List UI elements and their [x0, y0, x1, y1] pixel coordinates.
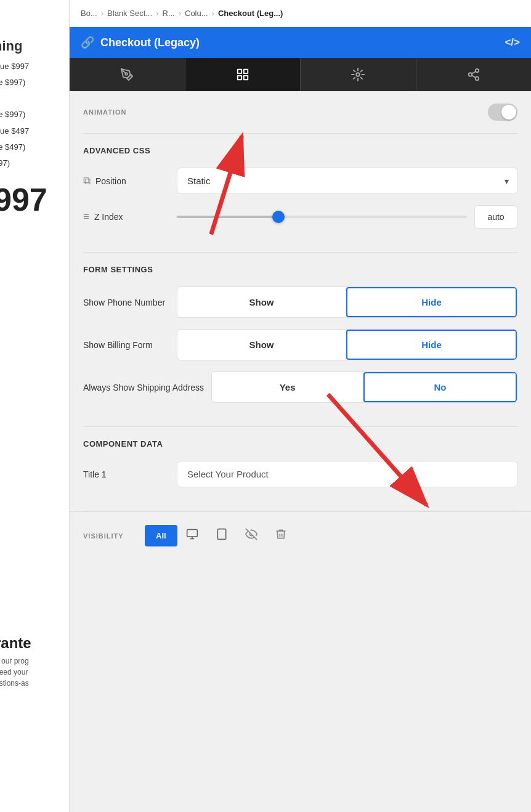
show-phone-show-btn[interactable]: Show — [177, 287, 346, 317]
code-button[interactable]: </> — [505, 36, 520, 49]
svg-rect-2 — [244, 70, 248, 73]
animation-toggle[interactable] — [488, 104, 517, 121]
show-shipping-control: Yes No — [211, 371, 517, 403]
left-line-6: ue $497) — [0, 142, 70, 153]
tabs-bar — [70, 58, 531, 91]
svg-point-0 — [126, 73, 128, 75]
advanced-css-title: ADVANCED CSS — [83, 146, 517, 155]
content-area: ANIMATION ADVANCED CSS ⧉ Position Static — [70, 91, 531, 812]
show-billing-hide-btn[interactable]: Hide — [346, 330, 517, 360]
bc-item-3[interactable]: R... — [162, 9, 174, 18]
form-settings-section: FORM SETTINGS Show Phone Number Show Hid… — [70, 253, 531, 426]
slider-thumb[interactable] — [272, 211, 285, 223]
left-line-7: 497) — [0, 158, 70, 169]
animation-label: ANIMATION — [83, 108, 127, 116]
z-index-control — [177, 205, 517, 229]
title1-label: Title 1 — [83, 469, 169, 479]
animation-section: ANIMATION — [70, 91, 531, 133]
left-content: ning alue $997 ue $997) ) ue $997) alue … — [0, 37, 70, 218]
bc-sep-1: › — [101, 9, 103, 18]
position-row: ⧉ Position Static Relative Absolute Fixe… — [83, 168, 517, 194]
z-index-label: ≡ Z Index — [83, 211, 169, 223]
position-select[interactable]: Static Relative Absolute Fixed Sticky — [177, 168, 517, 194]
form-settings-title: FORM SETTINGS — [83, 265, 517, 274]
header-left: 🔗 Checkout (Legacy) — [81, 36, 200, 49]
title1-input[interactable] — [177, 461, 517, 487]
svg-rect-1 — [238, 70, 241, 73]
show-phone-control: Show Hide — [177, 286, 517, 318]
left-line-3: ) — [0, 93, 70, 104]
svg-rect-14 — [217, 529, 225, 540]
slider-track — [177, 216, 467, 218]
svg-rect-11 — [187, 530, 197, 537]
bc-sep-4: › — [212, 9, 214, 18]
show-phone-toggle-group: Show Hide — [177, 286, 517, 318]
left-line-4: ue $997) — [0, 109, 70, 120]
bc-item-active: Checkout (Leg...) — [218, 9, 283, 18]
show-billing-show-btn[interactable]: Show — [177, 330, 346, 360]
show-shipping-label: Always Show Shipping Address — [83, 383, 204, 392]
component-data-section: COMPONENT DATA Title 1 — [70, 427, 531, 511]
show-billing-label: Show Billing Form — [83, 340, 169, 350]
position-icon: ⧉ — [83, 175, 91, 187]
svg-line-9 — [472, 75, 476, 78]
show-phone-label: Show Phone Number — [83, 298, 169, 307]
show-billing-toggle-group: Show Hide — [177, 329, 517, 360]
show-phone-row: Show Phone Number Show Hide — [83, 286, 517, 318]
right-panel: Bo... › Blank Sect... › R... › Colu... ›… — [70, 0, 531, 812]
left-bottom: rante e our progneed yourestions-as — [0, 635, 70, 689]
title1-control — [177, 461, 517, 487]
visibility-label: VISIBILITY — [83, 532, 145, 540]
show-phone-hide-btn[interactable]: Hide — [346, 287, 517, 317]
left-heading: ning — [0, 37, 70, 56]
advanced-css-section: ADVANCED CSS ⧉ Position Static Relative … — [70, 134, 531, 252]
z-index-input[interactable] — [474, 205, 517, 229]
show-shipping-toggle-group: Yes No — [211, 371, 517, 403]
header-title: Checkout (Legacy) — [100, 36, 200, 49]
svg-rect-3 — [238, 76, 241, 79]
z-index-row: ≡ Z Index — [83, 205, 517, 229]
bc-item-2[interactable]: Blank Sect... — [107, 9, 152, 18]
visibility-bar: VISIBILITY All — [70, 511, 531, 559]
svg-rect-4 — [244, 76, 248, 79]
header-bar: 🔗 Checkout (Legacy) </> — [70, 27, 531, 58]
visibility-delete-btn[interactable] — [266, 522, 296, 550]
svg-point-5 — [357, 73, 360, 76]
tab-connections[interactable] — [416, 58, 532, 91]
slider-fill — [177, 216, 278, 218]
title1-row: Title 1 — [83, 461, 517, 487]
bc-sep-3: › — [179, 9, 181, 18]
toggle-knob — [501, 105, 516, 120]
left-panel: ning alue $997 ue $997) ) ue $997) alue … — [0, 0, 70, 812]
tab-style[interactable] — [70, 58, 185, 91]
position-control: Static Relative Absolute Fixed Sticky ▾ — [177, 168, 517, 194]
show-shipping-no-btn[interactable]: No — [363, 372, 517, 402]
component-data-title: COMPONENT DATA — [83, 439, 517, 449]
left-bottom-text: e our progneed yourestions-as — [0, 656, 70, 689]
show-shipping-row: Always Show Shipping Address Yes No — [83, 371, 517, 403]
show-shipping-yes-btn[interactable]: Yes — [212, 372, 363, 402]
bc-item-4[interactable]: Colu... — [185, 9, 208, 18]
bc-item-1[interactable]: Bo... — [81, 9, 97, 18]
position-select-wrapper: Static Relative Absolute Fixed Sticky ▾ — [177, 168, 517, 194]
tab-layout[interactable] — [301, 58, 416, 91]
breadcrumb: Bo... › Blank Sect... › R... › Colu... ›… — [70, 0, 531, 27]
left-line-2: ue $997) — [0, 77, 70, 88]
position-label: ⧉ Position — [83, 175, 169, 187]
bc-sep-2: › — [156, 9, 158, 18]
left-bottom-title: rante — [0, 635, 70, 652]
link-icon: 🔗 — [81, 36, 94, 49]
show-billing-control: Show Hide — [177, 329, 517, 360]
left-line-5: alue $497 — [0, 126, 70, 137]
z-index-icon: ≡ — [83, 211, 89, 223]
visibility-tablet-btn[interactable] — [207, 522, 237, 550]
visibility-desktop-btn[interactable] — [177, 522, 207, 550]
left-big-number: 997 — [0, 181, 70, 218]
tab-settings[interactable] — [185, 58, 301, 91]
show-billing-row: Show Billing Form Show Hide — [83, 329, 517, 360]
visibility-hidden-btn[interactable] — [237, 522, 266, 550]
left-line-1: alue $997 — [0, 61, 70, 72]
svg-line-10 — [472, 71, 476, 74]
visibility-all-btn[interactable]: All — [145, 525, 177, 546]
